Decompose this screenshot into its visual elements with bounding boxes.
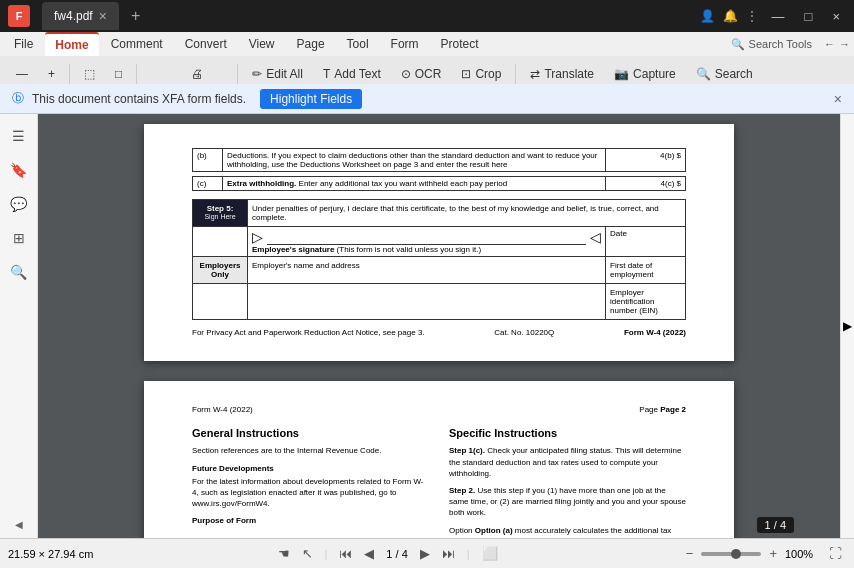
capture-button[interactable]: 📷 Capture [606,61,684,87]
search-tools-label[interactable]: Search Tools [749,38,812,50]
crop-label: Crop [475,67,501,81]
ribbon: File Home Comment Convert View Page Tool… [0,32,854,84]
form-label: Form W-4 (2022) [624,328,686,337]
tab-protect[interactable]: Protect [431,32,489,56]
add-text-button[interactable]: T Add Text [315,61,389,87]
bottom-bar: 21.59 × 27.94 cm ☚ ↖ | ⏮ ◀ 1 / 4 ▶ ⏭ | ⬜… [0,538,854,568]
row-4b-box: 4(b) $ [606,149,686,172]
last-page-button[interactable]: ⏭ [438,544,459,563]
step5-perjury-text: Under penalties of perjury, I declare th… [248,200,686,227]
toolbar-divider-4 [515,64,516,84]
capture-label: Capture [633,67,676,81]
toolbar-divider-1 [69,64,70,84]
crop-icon: ⊡ [461,67,471,81]
print-button[interactable]: 🖨 [183,61,211,87]
sidebar-icon-search[interactable]: 🔍 [5,258,33,286]
pdf-page-1: (b) Deductions. If you expect to claim d… [144,124,734,361]
notif-close-icon[interactable]: × [834,91,842,107]
purpose-title: Purpose of Form [192,515,429,526]
notif-message: This document contains XFA form fields. [32,92,246,106]
close-window-button[interactable]: × [826,7,846,26]
edit-all-button[interactable]: ✏ Edit All [244,61,311,87]
title-bar-left: F fw4.pdf × + [8,2,140,30]
search-icon: 🔍 [696,67,711,81]
tab-add-icon[interactable]: + [131,7,140,25]
notifications-icon: 🔔 [723,9,738,23]
ocr-button[interactable]: ⊙ OCR [393,61,450,87]
pdf-viewer: (b) Deductions. If you expect to claim d… [38,114,840,538]
fit-page-button[interactable]: ⬜ [478,544,502,563]
select-tool-bottom-button[interactable]: ↖ [298,544,317,563]
page2-right-col: Specific Instructions Step 1(c). Check y… [449,426,686,538]
tab-form[interactable]: Form [381,32,429,56]
sidebar-icon-layers[interactable]: ⊞ [5,224,33,252]
tab-file[interactable]: File [4,32,43,56]
nav-divider: | [325,548,328,560]
privacy-text: For Privacy Act and Paperwork Reduction … [192,328,425,337]
pdf-tab[interactable]: fw4.pdf × [42,2,119,30]
page2-header-right: Page Page 2 [639,405,686,414]
title-bar: F fw4.pdf × + 👤 🔔 ⋮ — □ × [0,0,854,32]
dropdown-button[interactable] [215,61,231,87]
print-icon: 🖨 [191,67,203,81]
row-4b-note: Deductions. If you expect to claim deduc… [223,149,606,172]
add-text-icon: T [323,67,330,81]
nav-forward-icon[interactable]: → [839,38,850,50]
search-button[interactable]: 🔍 Search [688,61,761,87]
ein-cell: Employer identification number (EIN) [606,284,686,320]
row-4c-note: Extra withholding. Enter any additional … [223,177,606,191]
tab-comment[interactable]: Comment [101,32,173,56]
zoom-slider-thumb [731,549,741,559]
zoom-slider[interactable] [701,552,761,556]
step5-label-cell: Step 5: Sign Here [193,200,248,227]
select-tool-button[interactable]: ⬚ [76,61,103,87]
tab-home[interactable]: Home [45,32,98,56]
tab-close-icon[interactable]: × [99,8,107,24]
tab-label: fw4.pdf [54,9,93,23]
zoom-in-bottom-button[interactable]: + [765,544,781,563]
sidebar-icon-menu[interactable]: ☰ [5,122,33,150]
maximize-button[interactable]: □ [799,7,819,26]
zoom-out-bottom-button[interactable]: − [682,544,698,563]
first-page-button[interactable]: ⏮ [335,544,356,563]
right-sidebar-toggle[interactable]: ▶ [840,114,854,538]
ocr-icon: ⊙ [401,67,411,81]
specific-instructions-title: Specific Instructions [449,426,686,441]
hand-tool-button[interactable]: ☚ [274,544,294,563]
sidebar-expand-icon[interactable]: ◀ [15,519,23,530]
shape-tool-button[interactable]: □ [107,61,130,87]
tab-tool[interactable]: Tool [337,32,379,56]
zoom-out-button[interactable]: — [8,61,36,87]
redo-button[interactable] [163,61,179,87]
tab-view[interactable]: View [239,32,285,56]
overflow-menu-icon[interactable]: ⋮ [746,9,758,23]
tab-convert[interactable]: Convert [175,32,237,56]
step2-text: Step 2. Use this step if you (1) have mo… [449,485,686,519]
minimize-button[interactable]: — [766,7,791,26]
future-text: For the latest information about develop… [192,476,429,510]
step1c-text: Step 1(c). Check your anticipated filing… [449,445,686,479]
zoom-level-label: 100% [785,548,821,560]
fullscreen-button[interactable]: ⛶ [825,544,846,563]
bottom-center: ☚ ↖ | ⏮ ◀ 1 / 4 ▶ ⏭ | ⬜ [274,544,502,563]
notification-bar: ⓑ This document contains XFA form fields… [0,84,854,114]
nav-divider-2: | [467,548,470,560]
translate-button[interactable]: ⇄ Translate [522,61,602,87]
undo-button[interactable] [143,61,159,87]
row-4c-label: (c) [193,177,223,191]
sidebar-icon-bookmark[interactable]: 🔖 [5,156,33,184]
highlight-fields-button[interactable]: Highlight Fields [260,89,362,109]
tab-page[interactable]: Page [287,32,335,56]
row-4b-label: (b) [193,149,223,172]
crop-button[interactable]: ⊡ Crop [453,61,509,87]
sidebar-icon-comment[interactable]: 💬 [5,190,33,218]
edit-all-label: Edit All [266,67,303,81]
zoom-in-button[interactable]: + [40,61,63,87]
pdf-page-2: Form W-4 (2022) Page Page 2 General Inst… [144,381,734,538]
search-label: Search [715,67,753,81]
general-instructions-title: General Instructions [192,426,429,441]
nav-back-icon[interactable]: ← [824,38,835,50]
add-text-label: Add Text [334,67,380,81]
next-page-button[interactable]: ▶ [416,544,434,563]
prev-page-button[interactable]: ◀ [360,544,378,563]
